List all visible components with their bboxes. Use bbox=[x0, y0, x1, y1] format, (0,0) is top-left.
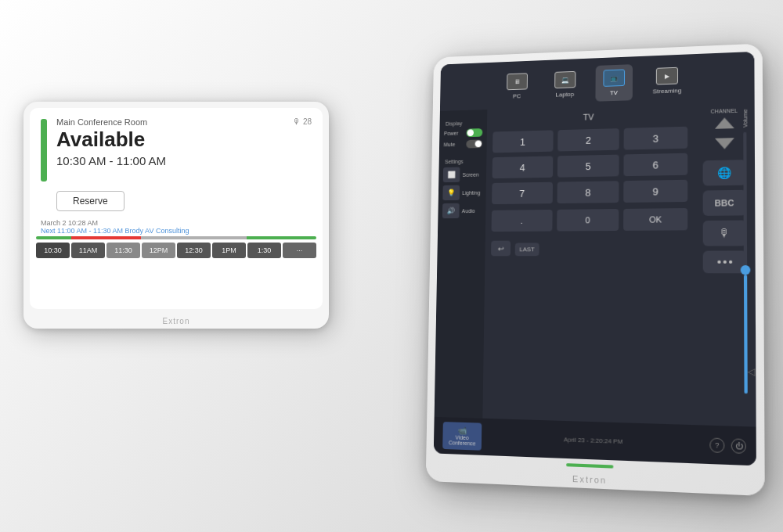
channel-up-button[interactable] bbox=[714, 117, 734, 129]
numpad-bottom: . 0 OK bbox=[492, 208, 688, 232]
mute-toggle[interactable] bbox=[467, 139, 482, 148]
right-back-icon[interactable]: ◁ bbox=[748, 366, 756, 378]
time-slot-5[interactable]: 1PM bbox=[212, 243, 246, 258]
numpad-4[interactable]: 4 bbox=[493, 156, 553, 178]
volume-thumb[interactable] bbox=[741, 265, 751, 275]
source-tab-laptop[interactable]: 💻 Laptop bbox=[547, 66, 583, 103]
tv-label: TV bbox=[610, 89, 618, 96]
volume-track[interactable] bbox=[743, 132, 748, 394]
screen-row: ⬜ Screen bbox=[443, 167, 482, 182]
time-slot-current[interactable]: 10:30 bbox=[36, 243, 70, 258]
time-range: 10:30 AM - 11:00 AM bbox=[56, 154, 312, 167]
power-label: Power bbox=[444, 131, 464, 136]
av-source-title: TV bbox=[493, 110, 688, 124]
av-datetime: April 23 - 2:20:24 PM bbox=[564, 436, 623, 445]
mic-count: 28 bbox=[303, 117, 312, 126]
laptop-icon: 💻 bbox=[554, 71, 576, 88]
small-tablet: Main Conference Room Available 10:30 AM … bbox=[23, 102, 329, 329]
next-booking-line: Next 11:00 AM - 11:30 AM Brody AV Consul… bbox=[41, 227, 312, 235]
lighting-btn[interactable]: 💡 bbox=[442, 185, 459, 201]
help-button[interactable]: ? bbox=[709, 437, 724, 453]
media-icon-1: 🌐 bbox=[717, 167, 731, 179]
media-icon-3: 🎙 bbox=[719, 227, 731, 239]
audio-btn[interactable]: 🔊 bbox=[442, 203, 459, 218]
display-label: Display bbox=[444, 120, 482, 127]
numpad-1[interactable]: 1 bbox=[493, 130, 553, 153]
numpad-5[interactable]: 5 bbox=[557, 155, 619, 178]
dot2 bbox=[723, 261, 726, 264]
numpad-2[interactable]: 2 bbox=[557, 128, 619, 151]
lighting-row: 💡 Lighting bbox=[442, 185, 482, 200]
settings-label: Settings bbox=[443, 158, 482, 164]
time-slot-4[interactable]: 12:30 bbox=[177, 243, 211, 258]
tv-icon: 📺 bbox=[603, 69, 625, 86]
audio-icon: 🔊 bbox=[446, 207, 454, 215]
last-button[interactable]: LAST bbox=[515, 243, 539, 256]
channel-label: CHANNEL bbox=[711, 108, 738, 114]
video-conf-icon: 📹 bbox=[457, 426, 467, 435]
screen-icon: ⬜ bbox=[447, 171, 455, 178]
scene: Main Conference Room Available 10:30 AM … bbox=[0, 0, 783, 532]
av-center: TV 1 2 3 4 5 6 7 8 9 . bbox=[482, 103, 694, 426]
dot1 bbox=[717, 261, 720, 264]
numpad-3[interactable]: 3 bbox=[624, 127, 687, 150]
numpad: 1 2 3 4 5 6 7 8 9 bbox=[492, 127, 687, 204]
reserve-section: Reserve bbox=[30, 186, 323, 216]
availability-indicator bbox=[41, 119, 47, 182]
dot3 bbox=[728, 261, 731, 264]
pc-label: PC bbox=[513, 92, 521, 99]
video-conference-button[interactable]: 📹 VideoConference bbox=[442, 422, 482, 451]
laptop-label: Laptop bbox=[556, 91, 575, 99]
time-slot-6[interactable]: 1:30 bbox=[247, 243, 281, 258]
room-name: Main Conference Room bbox=[56, 117, 312, 127]
av-main: Display Power Mute Settings bbox=[435, 101, 756, 426]
time-slot-3[interactable]: 12PM bbox=[142, 243, 175, 258]
settings-section: Settings ⬜ Screen 💡 Lighting bbox=[438, 155, 486, 224]
time-slot-more[interactable]: ··· bbox=[283, 243, 316, 258]
green-led bbox=[566, 463, 613, 469]
mic-icon: 🎙 bbox=[293, 117, 301, 126]
media-icon-2: BBC bbox=[715, 198, 734, 207]
av-sidebar: Display Power Mute Settings bbox=[435, 110, 488, 419]
date-line: March 2 10:28 AM bbox=[41, 219, 312, 227]
channel-down-button[interactable] bbox=[714, 138, 734, 149]
streaming-icon: ▶ bbox=[656, 67, 678, 85]
room-header: Main Conference Room Available 10:30 AM … bbox=[30, 108, 323, 186]
lighting-icon: 💡 bbox=[447, 189, 455, 196]
large-tablet: 🖥 PC 💻 Laptop 📺 TV ▶ Streaming bbox=[426, 44, 765, 497]
numpad-6[interactable]: 6 bbox=[624, 153, 687, 177]
small-tablet-screen: Main Conference Room Available 10:30 AM … bbox=[30, 108, 323, 309]
numpad-dot[interactable]: . bbox=[492, 210, 553, 232]
power-button[interactable]: ⏻ bbox=[731, 438, 746, 454]
mic-indicator: 🎙 28 bbox=[293, 117, 312, 126]
back-button[interactable]: ↩ bbox=[491, 241, 511, 257]
screen-btn[interactable]: ⬜ bbox=[443, 167, 460, 183]
time-slot-2[interactable]: 11:30 bbox=[106, 243, 140, 258]
pc-icon: 🖥 bbox=[507, 73, 528, 90]
power-toggle[interactable] bbox=[467, 128, 482, 137]
numpad-8[interactable]: 8 bbox=[557, 181, 619, 203]
source-tab-pc[interactable]: 🖥 PC bbox=[499, 68, 535, 105]
availability-status: Available bbox=[56, 128, 312, 151]
numpad-7[interactable]: 7 bbox=[492, 182, 553, 204]
screen-label: Screen bbox=[463, 171, 482, 177]
source-tab-tv[interactable]: 📺 TV bbox=[595, 64, 633, 102]
large-tablet-brand: Extron bbox=[426, 464, 765, 496]
numpad-9[interactable]: 9 bbox=[624, 180, 688, 203]
reserve-button[interactable]: Reserve bbox=[56, 191, 124, 211]
numpad-0[interactable]: 0 bbox=[557, 209, 619, 231]
video-conf-label: VideoConference bbox=[449, 434, 476, 446]
audio-row: 🔊 Audio bbox=[442, 203, 482, 218]
display-section: Display Power Mute bbox=[439, 117, 487, 155]
streaming-label: Streaming bbox=[653, 87, 682, 95]
numpad-ok[interactable]: OK bbox=[623, 208, 687, 231]
volume-section: Volume bbox=[737, 109, 754, 394]
lighting-label: Lighting bbox=[462, 189, 482, 195]
date-next-info: March 2 10:28 AM Next 11:00 AM - 11:30 A… bbox=[30, 216, 323, 236]
source-tab-streaming[interactable]: ▶ Streaming bbox=[645, 62, 690, 99]
mute-row: Mute bbox=[444, 139, 483, 149]
last-label: LAST bbox=[519, 246, 534, 253]
timeline: 10:30 11AM 11:30 12PM 12:30 1PM 1:30 ··· bbox=[30, 239, 323, 263]
time-slot-1[interactable]: 11AM bbox=[71, 243, 105, 258]
bottom-icons: ? ⏻ bbox=[709, 437, 746, 454]
